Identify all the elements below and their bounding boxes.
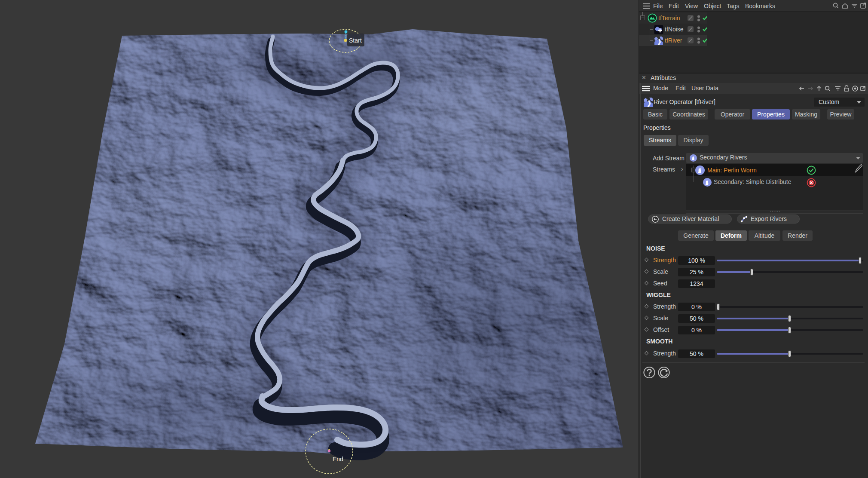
svg-text:End: End <box>333 456 343 463</box>
svg-text:Start: Start <box>349 37 362 44</box>
